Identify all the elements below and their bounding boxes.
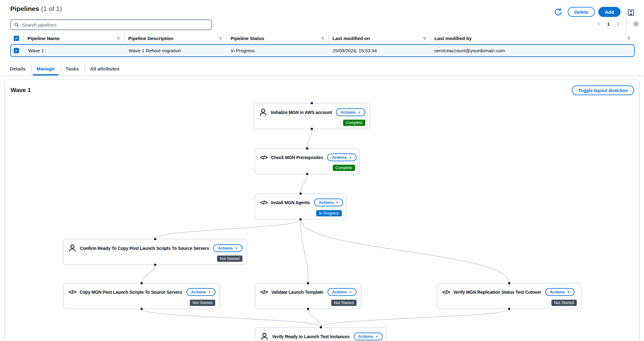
chevron-right-icon — [615, 21, 620, 26]
chevron-down-icon: ▼ — [567, 291, 570, 294]
select-all-cell: ✓ — [10, 34, 24, 42]
connection-handle-top[interactable] — [311, 102, 313, 104]
code-icon: </> — [260, 199, 267, 206]
node-title: Copy MGN Post Launch Scripts To Source S… — [79, 290, 182, 295]
connection-handle-top[interactable] — [140, 282, 143, 284]
column-header-label[interactable]: Pipeline Description — [124, 36, 173, 41]
row-checkbox[interactable]: ✓ — [14, 48, 19, 53]
column-header: Last modified on▽ — [329, 34, 431, 42]
actions-dropdown-button[interactable]: Actions▼ — [327, 288, 357, 296]
delete-button[interactable]: Delete — [568, 7, 595, 17]
pipeline-node-confirm[interactable]: Confirm Ready To Copy Post Launch Script… — [63, 239, 247, 265]
pipeline-node-check[interactable]: </>Check MGN PrerequisitesActions▼Comple… — [255, 148, 360, 174]
filter-icon[interactable]: ▽ — [322, 36, 324, 40]
actions-dropdown-button[interactable]: Actions▼ — [213, 244, 242, 252]
actions-dropdown-button[interactable]: Actions▼ — [186, 288, 216, 296]
tab-bar: DetailsManageTasksAll attributes — [4, 62, 125, 76]
connection-handle-top[interactable] — [307, 282, 309, 284]
user-icon — [68, 244, 77, 252]
connection-handle-bottom[interactable] — [300, 218, 302, 220]
pipeline-diagram: Initialize MGN in AWS accountActions▼Com… — [5, 79, 640, 341]
node-title: Validate Launch Template — [271, 290, 323, 295]
actions-label: Actions — [332, 290, 347, 294]
node-title: Confirm Ready To Copy Post Launch Script… — [80, 246, 209, 251]
chevron-down-icon: ▼ — [375, 335, 378, 338]
filter-icon[interactable]: ▽ — [117, 36, 120, 40]
table-row[interactable]: ✓Wave 1Wave 1 Rehost migrationIn Progres… — [10, 44, 635, 57]
connection-handle-top[interactable] — [306, 147, 308, 150]
code-icon: </> — [260, 289, 268, 296]
connection-handle-top[interactable] — [508, 282, 510, 284]
column-header-label[interactable]: Pipeline Status — [227, 36, 264, 41]
tab-details[interactable]: Details — [4, 62, 31, 76]
actions-label: Actions — [319, 200, 334, 205]
tabs-rule — [0, 76, 644, 76]
add-button[interactable]: Add — [598, 7, 621, 17]
export-icon — [627, 8, 635, 16]
pipeline-node-init[interactable]: Initialize MGN in AWS accountActions▼Com… — [254, 103, 370, 129]
actions-dropdown-button[interactable]: Actions▼ — [336, 108, 365, 116]
page-title: Pipelines(1 of 1) — [10, 5, 62, 13]
filter-icon[interactable]: ▽ — [628, 36, 630, 40]
pipeline-node-verify-launch[interactable]: Verify Ready to Launch Test InstancesAct… — [255, 327, 387, 341]
row-select-cell: ✓ — [11, 47, 24, 54]
chevron-down-icon: ▼ — [336, 201, 338, 204]
column-header-label[interactable]: Last modified on — [329, 36, 370, 41]
filter-icon[interactable]: ▽ — [220, 36, 222, 40]
tab-tasks[interactable]: Tasks — [60, 62, 84, 76]
column-header: Pipeline Status▽ — [227, 34, 329, 42]
search-input[interactable] — [22, 22, 208, 28]
code-icon: </> — [260, 154, 267, 161]
connection-handle-bottom[interactable] — [311, 128, 313, 130]
page-count: (1 of 1) — [41, 5, 62, 12]
pipeline-node-install[interactable]: </>Install MGN AgentsActions▼In Progress — [255, 194, 347, 220]
connection-handle-bottom[interactable] — [306, 173, 308, 175]
pipeline-node-validate[interactable]: </>Validate Launch TemplateActions▼Not S… — [255, 283, 361, 309]
connection-handle-top[interactable] — [154, 238, 156, 240]
status-badge: Complete — [333, 165, 355, 171]
current-page[interactable]: 1 — [605, 21, 611, 27]
status-badge: Not Started — [551, 300, 577, 306]
actions-dropdown-button[interactable]: Actions▼ — [354, 333, 383, 340]
table-settings-button[interactable] — [632, 20, 640, 28]
node-title: Initialize MGN in AWS account — [271, 110, 332, 115]
tab-manage[interactable]: Manage — [31, 62, 60, 76]
connection-handle-bottom[interactable] — [154, 264, 156, 266]
table-header: ✓Pipeline Name▽Pipeline Description▽Pipe… — [10, 33, 635, 44]
connection-handle-top[interactable] — [300, 193, 302, 195]
status-badge: Not Started — [190, 300, 215, 306]
connection-handle-bottom[interactable] — [140, 308, 143, 310]
pagination: 1 — [595, 19, 640, 28]
actions-label: Actions — [341, 110, 356, 115]
status-badge: Not Started — [331, 300, 357, 306]
connection-handle-bottom[interactable] — [508, 308, 510, 310]
actions-dropdown-button[interactable]: Actions▼ — [314, 199, 343, 206]
pipeline-node-verify-replication[interactable]: </>Verify MGN Replication Status Test Cu… — [437, 283, 581, 309]
previous-page-button[interactable] — [595, 20, 603, 28]
column-header: Pipeline Description▽ — [124, 34, 227, 42]
node-title: Check MGN Prerequisites — [271, 155, 323, 160]
connection-handle-bottom[interactable] — [307, 308, 309, 310]
pipeline-node-copy[interactable]: </>Copy MGN Post Launch Scripts To Sourc… — [63, 283, 220, 309]
tab-all-attributes[interactable]: All attributes — [84, 62, 125, 76]
chevron-left-icon — [596, 21, 601, 26]
column-header: Pipeline Name▽ — [24, 34, 124, 42]
next-page-button[interactable] — [614, 20, 621, 28]
actions-label: Actions — [550, 290, 565, 294]
status-badge: Complete — [343, 120, 366, 126]
user-icon — [259, 108, 267, 116]
actions-dropdown-button[interactable]: Actions▼ — [545, 288, 575, 296]
actions-dropdown-button[interactable]: Actions▼ — [327, 153, 357, 161]
connection-handle-top[interactable] — [320, 326, 322, 328]
column-header-label[interactable]: Last modified by — [431, 36, 472, 41]
select-all-checkbox[interactable]: ✓ — [14, 36, 19, 41]
filter-icon[interactable]: ▽ — [423, 36, 426, 40]
actions-label: Actions — [218, 246, 233, 251]
chevron-down-icon: ▼ — [358, 111, 361, 114]
user-icon — [260, 332, 269, 341]
refresh-button[interactable] — [553, 7, 563, 17]
column-header-label[interactable]: Pipeline Name — [24, 36, 60, 41]
actions-label: Actions — [191, 290, 206, 294]
export-button[interactable] — [626, 8, 636, 17]
search-icon — [14, 22, 19, 28]
